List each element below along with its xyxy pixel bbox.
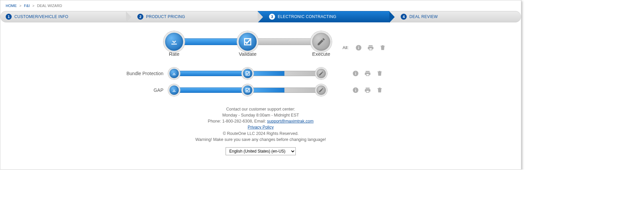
step-number: 1: [6, 14, 12, 20]
wizard-step-deal-review[interactable]: 4 DEAL REVIEW: [389, 11, 521, 22]
footer: Contact our customer support center: Mon…: [0, 104, 521, 161]
execute-node[interactable]: [315, 84, 327, 96]
chevron-right-icon: >: [19, 4, 21, 8]
all-label: All:: [343, 45, 349, 50]
support-email-link[interactable]: support@maximtrak.com: [267, 119, 313, 124]
download-icon: [169, 37, 179, 46]
language-warning: Warning! Make sure you save any changes …: [0, 137, 521, 143]
pencil-icon: [318, 71, 324, 76]
support-line-1: Contact our customer support center:: [0, 106, 521, 112]
execute-node[interactable]: [315, 67, 327, 79]
breadcrumb-home[interactable]: HOME: [6, 4, 17, 8]
copyright: © RouteOne LLC 2024 Rights Reserved.: [0, 131, 521, 137]
info-icon[interactable]: [352, 87, 359, 93]
step-label: DEAL REVIEW: [409, 14, 438, 19]
download-icon: [171, 71, 177, 76]
validate-node[interactable]: [242, 84, 254, 96]
checkbox-icon: [243, 37, 252, 46]
product-label: GAP: [0, 87, 174, 93]
step-number: 3: [269, 14, 275, 20]
print-icon[interactable]: [364, 70, 371, 77]
step-label: CUSTOMER/VEHICLE INFO: [14, 14, 68, 19]
stage-execute-node[interactable]: [310, 31, 332, 52]
language-select[interactable]: English (United States) (en-US): [226, 147, 296, 155]
rate-node[interactable]: [168, 67, 180, 79]
breadcrumb-fi[interactable]: F&I: [24, 4, 30, 8]
checkbox-icon: [245, 71, 250, 76]
breadcrumb-current: DEAL WIZARD: [37, 4, 62, 8]
download-icon: [171, 87, 177, 93]
trash-icon[interactable]: [379, 44, 386, 51]
wizard-step-electronic-contracting[interactable]: 3 ELECTRONIC CONTRACTING: [258, 11, 389, 22]
step-number: 2: [137, 14, 143, 20]
product-row-bundle-protection: Bundle Protection X: [0, 70, 521, 77]
breadcrumb: HOME > F&I > DEAL WIZARD: [0, 0, 521, 11]
privacy-policy-link[interactable]: Privacy Policy: [248, 125, 274, 130]
info-icon[interactable]: [352, 70, 359, 77]
step-label: PRODUCT PRICING: [146, 14, 185, 19]
support-phone-email: Phone: 1-800-282-6308, Email:: [208, 119, 267, 124]
step-label: ELECTRONIC CONTRACTING: [278, 14, 336, 19]
product-label: Bundle Protection: [0, 71, 174, 76]
info-icon[interactable]: [355, 44, 362, 51]
stage-validate-node[interactable]: [237, 31, 258, 52]
pencil-icon: [318, 87, 324, 93]
checkbox-icon: [245, 87, 250, 93]
step-number: 4: [401, 14, 407, 20]
print-icon[interactable]: [364, 87, 371, 93]
validate-node[interactable]: [242, 67, 254, 79]
wizard-step-product-pricing[interactable]: 2 PRODUCT PRICING: [126, 11, 258, 22]
trash-icon[interactable]: [376, 70, 383, 77]
stage-rate-node[interactable]: [163, 31, 185, 52]
wizard-step-customer-vehicle[interactable]: 1 CUSTOMER/VEHICLE INFO: [0, 11, 126, 22]
print-icon[interactable]: [367, 44, 374, 51]
product-row-gap: GAP X: [0, 87, 521, 93]
wizard-steps: 1 CUSTOMER/VEHICLE INFO 2 PRODUCT PRICIN…: [0, 11, 521, 22]
support-line-2: Monday - Sunday 8:00am - Midnight EST: [0, 112, 521, 118]
chevron-right-icon: >: [32, 4, 34, 8]
pencil-icon: [316, 37, 326, 46]
rate-node[interactable]: [168, 84, 180, 96]
trash-icon[interactable]: [376, 87, 383, 93]
